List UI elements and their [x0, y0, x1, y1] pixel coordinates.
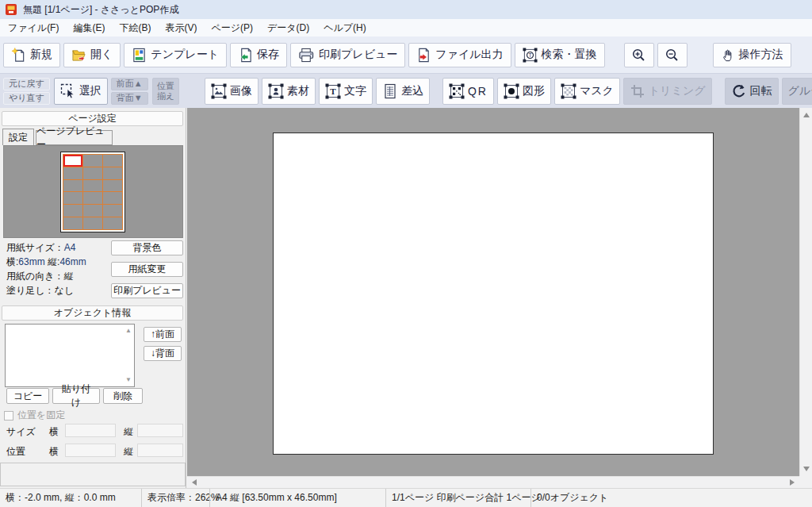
- object-info-header[interactable]: オブジェクト情報: [2, 305, 183, 321]
- vertical-scrollbar[interactable]: [799, 108, 812, 476]
- panel-print-preview-button[interactable]: 印刷プレビュー: [111, 283, 183, 298]
- preview-cell[interactable]: [103, 217, 122, 229]
- preview-cell[interactable]: [63, 192, 82, 204]
- preview-cell[interactable]: [103, 155, 122, 167]
- statusbar: 横：-2.0 mm, 縦：0.0 mm 表示倍率：262% A4 縦 [63.5…: [0, 488, 812, 507]
- menu-edit[interactable]: 編集(E): [66, 20, 112, 36]
- preview-page: [60, 152, 125, 232]
- size-row: サイズ 横 縦: [6, 424, 185, 438]
- help-button[interactable]: 操作方法: [713, 43, 791, 67]
- scroll-down-icon[interactable]: [803, 467, 810, 471]
- zoom-out-icon: [665, 48, 680, 63]
- object-to-back-button[interactable]: ↓背面: [144, 346, 182, 361]
- undo-button[interactable]: 元に戻す: [3, 78, 50, 90]
- preview-cell[interactable]: [63, 205, 82, 217]
- preview-cell[interactable]: [63, 167, 82, 179]
- scrollbar-corner: [799, 476, 812, 488]
- page-preview-box: [3, 145, 183, 238]
- rotate-icon: [731, 83, 747, 99]
- text-tool-button[interactable]: T 文字: [319, 78, 373, 105]
- object-to-front-button[interactable]: ↑前面: [144, 327, 182, 342]
- size-width-field[interactable]: [65, 424, 116, 437]
- trim-tool-button[interactable]: トリミング: [623, 78, 712, 105]
- menu-help[interactable]: ヘルプ(H): [316, 20, 373, 36]
- paper-size-line: 用紙サイズ：A4: [6, 241, 76, 255]
- file-output-icon: [416, 48, 431, 63]
- select-tool-button[interactable]: 選択: [54, 78, 108, 105]
- svg-text:T: T: [528, 52, 531, 57]
- search-replace-button[interactable]: T 検索・置換: [515, 43, 605, 67]
- open-button[interactable]: 開く: [63, 43, 121, 67]
- preview-cell[interactable]: [63, 155, 82, 167]
- object-listbox[interactable]: ▲ ▼: [5, 324, 135, 387]
- lock-position-checkbox[interactable]: [4, 411, 13, 421]
- select-cursor-icon: [60, 83, 76, 99]
- preview-cell[interactable]: [103, 167, 122, 179]
- position-height-field[interactable]: [137, 444, 183, 457]
- send-back-button[interactable]: 背面▼: [111, 92, 148, 105]
- position-width-field[interactable]: [65, 444, 116, 457]
- shape-icon: [504, 83, 519, 99]
- left-panel: ページ設定 設定 ページプレビュー 用紙サイズ：A4 横:63mm 縦:46mm…: [0, 108, 186, 488]
- menu-data[interactable]: データ(D): [260, 20, 316, 36]
- scroll-up-icon[interactable]: [803, 113, 810, 117]
- tab-page-preview[interactable]: ページプレビュー: [36, 130, 113, 145]
- paste-button[interactable]: 貼り付け: [52, 388, 100, 404]
- paper-size-value: A4: [64, 242, 76, 253]
- menu-file[interactable]: ファイル(F): [1, 20, 66, 36]
- preview-cell[interactable]: [83, 180, 102, 192]
- file-output-button[interactable]: ファイル出力: [408, 43, 511, 67]
- scroll-left-icon[interactable]: [192, 479, 197, 486]
- preview-cell[interactable]: [63, 217, 82, 229]
- delete-button[interactable]: 削除: [103, 388, 143, 404]
- menu-page[interactable]: ページ(P): [204, 20, 260, 36]
- document-page[interactable]: [273, 133, 714, 455]
- zoom-in-button[interactable]: [624, 43, 654, 67]
- image-icon: [211, 83, 227, 99]
- size-height-label: 縦: [124, 425, 133, 439]
- menu-view[interactable]: 表示(V): [158, 20, 204, 36]
- scroll-right-icon[interactable]: [790, 479, 795, 486]
- text-icon: T: [325, 83, 341, 99]
- canvas-area[interactable]: [187, 108, 799, 476]
- group-tool-button[interactable]: グループ: [782, 78, 812, 105]
- qr-tool-button[interactable]: QR: [442, 78, 494, 105]
- new-button[interactable]: 新規: [3, 43, 60, 67]
- hand-pointer-icon: [721, 48, 735, 62]
- change-paper-button[interactable]: 用紙変更: [111, 262, 183, 277]
- print-preview-button[interactable]: 印刷プレビュー: [290, 43, 405, 67]
- qr-code-icon: [449, 83, 465, 99]
- template-button[interactable]: テンプレート: [124, 43, 227, 67]
- merge-tool-button[interactable]: 差込: [376, 78, 430, 105]
- copy-button[interactable]: コピー: [6, 388, 49, 404]
- image-tool-button[interactable]: 画像: [205, 78, 259, 105]
- preview-cell[interactable]: [103, 192, 122, 204]
- preview-cell[interactable]: [83, 192, 102, 204]
- paper-dimensions-line: 横:63mm 縦:46mm: [6, 255, 86, 269]
- preview-cell[interactable]: [83, 205, 102, 217]
- preview-cell[interactable]: [83, 155, 102, 167]
- listbox-scroll-up-icon[interactable]: ▲: [125, 328, 132, 334]
- rotate-tool-button[interactable]: 回転: [725, 78, 779, 105]
- preview-cell[interactable]: [63, 180, 82, 192]
- tab-settings[interactable]: 設定: [2, 129, 34, 145]
- preview-cell[interactable]: [83, 167, 102, 179]
- background-color-button[interactable]: 背景色: [111, 240, 183, 255]
- align-button[interactable]: 位置 揃え: [152, 78, 179, 105]
- bring-front-button[interactable]: 前面▲: [111, 78, 148, 90]
- listbox-scroll-down-icon[interactable]: ▼: [125, 377, 132, 383]
- menu-draft[interactable]: 下絵(B): [112, 20, 158, 36]
- horizontal-scrollbar[interactable]: [187, 476, 799, 488]
- mask-tool-button[interactable]: マスク: [554, 78, 620, 105]
- preview-cell[interactable]: [103, 180, 122, 192]
- menubar: ファイル(F) 編集(E) 下絵(B) 表示(V) ページ(P) データ(D) …: [0, 19, 812, 36]
- save-button[interactable]: 保存: [230, 43, 287, 67]
- size-height-field[interactable]: [137, 424, 183, 437]
- material-tool-button[interactable]: 素材: [262, 78, 316, 105]
- preview-cell[interactable]: [103, 205, 122, 217]
- redo-button[interactable]: やり直す: [3, 92, 50, 105]
- shape-tool-button[interactable]: 図形: [497, 78, 551, 105]
- preview-cell[interactable]: [83, 217, 102, 229]
- status-page-count: 1/1ページ 印刷ページ合計 1ページ: [385, 489, 530, 507]
- zoom-out-button[interactable]: [657, 43, 688, 67]
